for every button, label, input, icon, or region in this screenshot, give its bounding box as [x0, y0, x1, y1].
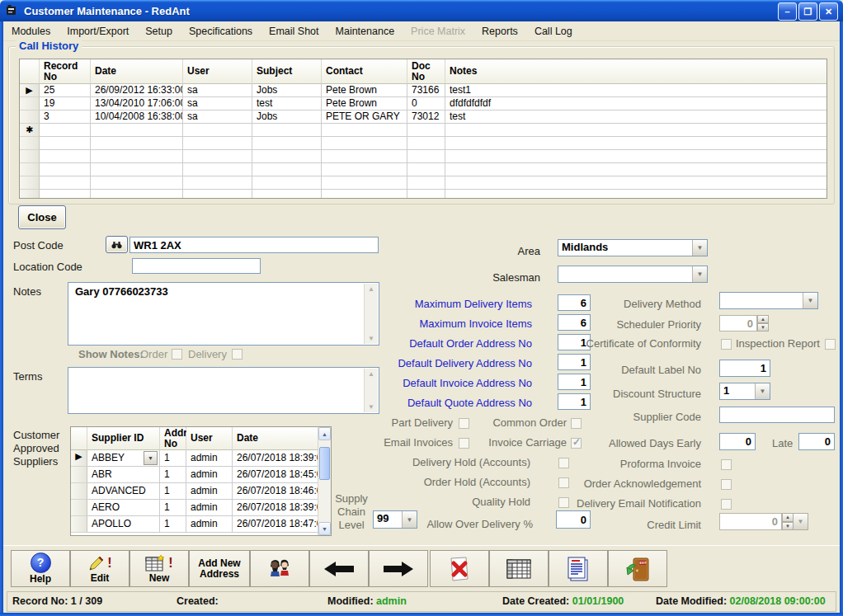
header-subject[interactable]: Subject — [252, 59, 322, 84]
table-row[interactable]: AERO 1 admin 26/07/2018 18:39:00 — [71, 500, 318, 516]
allowed-days-early-input[interactable] — [719, 433, 756, 450]
cell-subject[interactable]: test — [252, 97, 322, 111]
header-user[interactable]: User — [183, 59, 252, 84]
close-button[interactable]: Close — [18, 205, 66, 229]
menu-import-export[interactable]: Import/Export — [59, 23, 137, 40]
cell-addr-no[interactable]: 1 — [160, 516, 186, 533]
scroll-up-icon[interactable]: ▲ — [318, 427, 331, 440]
post-code-search-button[interactable] — [106, 236, 128, 253]
chevron-down-icon[interactable]: ▼ — [755, 383, 770, 399]
edit-button[interactable]: ! Edit — [70, 550, 130, 587]
table-row[interactable]: 3 10/04/2008 16:38:00 sa Jobs PETE OR GA… — [20, 111, 827, 124]
cell-supplier-id[interactable]: AERO — [87, 500, 160, 516]
row-pointer-icon[interactable]: ▶ — [20, 84, 40, 97]
row-selector[interactable] — [71, 516, 87, 533]
cell-contact[interactable]: Pete Brown — [322, 84, 407, 97]
header-contact[interactable]: Contact — [322, 59, 407, 84]
scheduler-priority-spinner[interactable]: ▲▼ — [719, 315, 769, 332]
cell-date[interactable]: 26/07/2018 18:39:00 — [233, 450, 318, 467]
location-code-input[interactable] — [132, 258, 261, 274]
supply-chain-level-select[interactable]: 99 ▼ — [373, 510, 417, 529]
cell-user[interactable]: sa — [183, 111, 252, 124]
row-selector[interactable] — [71, 483, 87, 500]
spin-up-icon[interactable]: ▲ — [782, 513, 794, 522]
chevron-down-icon[interactable]: ▼ — [692, 266, 707, 282]
cell-notes[interactable]: dfdfdfdfdf — [445, 97, 827, 111]
menu-setup[interactable]: Setup — [137, 23, 181, 40]
row-selector[interactable] — [71, 467, 87, 483]
cell-doc-no[interactable]: 0 — [407, 97, 445, 111]
minimize-button[interactable]: – — [778, 2, 797, 21]
show-notes-order-checkbox[interactable] — [172, 349, 182, 360]
delete-record-button[interactable] — [430, 550, 489, 587]
cell-date[interactable]: 10/04/2008 16:38:00 — [91, 111, 183, 124]
scroll-down-icon[interactable]: ▼ — [318, 522, 331, 535]
next-record-button[interactable] — [369, 550, 428, 587]
cell-subject[interactable]: Jobs — [252, 84, 322, 97]
inspection-report-checkbox[interactable] — [825, 339, 836, 350]
header-notes[interactable]: Notes — [445, 59, 827, 84]
cell-supplier-id[interactable]: ADVANCED — [87, 483, 160, 500]
table-row[interactable]: ABR 1 admin 26/07/2018 18:45:00 — [71, 467, 318, 483]
row-pointer-icon[interactable]: ▶ — [71, 450, 87, 467]
cell-date[interactable]: 26/09/2012 16:33:00 — [91, 84, 183, 97]
exit-button[interactable]: EXIT — [608, 550, 667, 587]
cell-date[interactable]: 26/07/2018 18:39:00 — [233, 500, 318, 516]
chevron-down-icon[interactable]: ▼ — [144, 451, 158, 465]
default-label-no-input[interactable] — [719, 360, 770, 377]
order-acknowledgement-checkbox[interactable] — [721, 479, 732, 490]
cell-doc-no[interactable]: 73166 — [407, 84, 445, 97]
table-row[interactable]: APOLLO 1 admin 26/07/2018 18:47:00 — [71, 516, 318, 533]
cell-notes[interactable]: test1 — [445, 84, 827, 97]
menu-specifications[interactable]: Specifications — [181, 23, 261, 40]
customers-button[interactable] — [250, 550, 309, 587]
area-select[interactable]: Midlands ▼ — [558, 239, 708, 256]
report-button[interactable] — [549, 550, 608, 587]
new-row[interactable]: ✱ — [20, 124, 827, 137]
new-row-marker-icon[interactable]: ✱ — [20, 124, 40, 137]
salesman-select[interactable]: ▼ — [558, 266, 708, 283]
delivery-method-select[interactable]: ▼ — [719, 292, 818, 309]
cell-addr-no[interactable]: 1 — [160, 483, 186, 500]
cell-supplier-id[interactable]: ABBEY ▼ — [87, 450, 160, 467]
header-date[interactable]: Date — [233, 427, 318, 450]
cell-user[interactable]: admin — [186, 516, 233, 533]
cell-addr-no[interactable]: 1 — [160, 450, 186, 467]
table-row[interactable]: ▶ ABBEY ▼ 1 admin 26/07/2018 18:39:00 — [71, 450, 318, 467]
menu-modules[interactable]: Modules — [3, 23, 59, 40]
table-row[interactable]: 19 13/04/2010 17:06:00 sa test Pete Brow… — [20, 97, 827, 111]
show-notes-delivery-checkbox[interactable] — [232, 349, 243, 360]
spin-down-icon[interactable]: ▼ — [782, 522, 794, 531]
post-code-input[interactable] — [130, 237, 379, 253]
menu-maintenance[interactable]: Maintenance — [327, 23, 403, 40]
spin-up-icon[interactable]: ▲ — [757, 315, 769, 323]
menu-call-log[interactable]: Call Log — [526, 23, 581, 40]
header-supplier-id[interactable]: Supplier ID — [87, 427, 160, 450]
cell-supplier-id[interactable]: APOLLO — [87, 516, 160, 533]
scheduler-priority-input[interactable] — [719, 315, 757, 332]
table-row[interactable]: ▶ 25 26/09/2012 16:33:00 sa Jobs Pete Br… — [20, 84, 827, 97]
header-addr-no[interactable]: Addr No — [160, 427, 186, 450]
cell-record-no[interactable]: 25 — [40, 84, 91, 97]
menu-reports[interactable]: Reports — [473, 23, 526, 40]
header-doc-no[interactable]: Doc No — [407, 59, 445, 84]
cell-user[interactable]: admin — [186, 467, 233, 483]
late-input[interactable] — [798, 433, 835, 450]
cell-date[interactable]: 13/04/2010 17:06:00 — [91, 97, 183, 111]
credit-limit-spinner[interactable]: ▲▼ ▼ — [719, 513, 808, 530]
chevron-down-icon[interactable]: ▼ — [803, 293, 817, 308]
table-row[interactable]: ADVANCED 1 admin 26/07/2018 18:46:00 — [71, 483, 318, 500]
add-new-address-button[interactable]: Add New Address — [189, 550, 250, 587]
new-button[interactable]: ! New — [130, 550, 189, 587]
cell-notes[interactable]: test — [445, 111, 827, 124]
supplier-code-input[interactable] — [719, 407, 835, 423]
header-date[interactable]: Date — [91, 59, 183, 84]
cell-date[interactable]: 26/07/2018 18:45:00 — [233, 467, 318, 483]
header-user[interactable]: User — [186, 427, 233, 450]
delivery-email-notification-checkbox[interactable] — [721, 499, 732, 510]
header-record-no[interactable]: Record No — [40, 59, 91, 84]
proforma-invoice-checkbox[interactable] — [721, 459, 732, 470]
row-selector[interactable] — [20, 111, 40, 124]
cell-user[interactable]: admin — [186, 500, 233, 516]
cell-user[interactable]: admin — [186, 450, 233, 467]
